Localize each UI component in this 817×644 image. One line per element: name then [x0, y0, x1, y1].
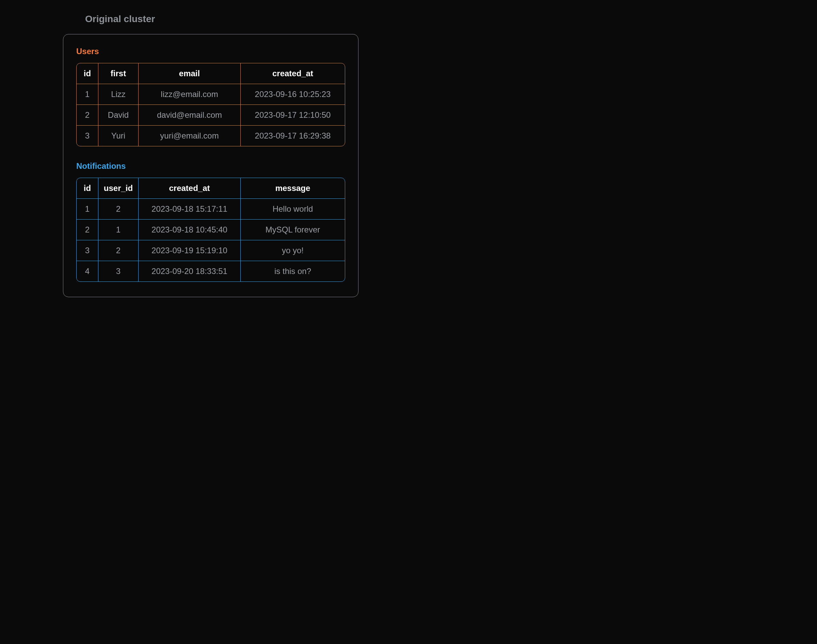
users-first: Yuri [98, 126, 138, 146]
notifications-table: id user_id created_at message 1 2 2023-0… [76, 178, 345, 282]
users-created-at: 2023-09-17 12:10:50 [241, 105, 345, 126]
notifications-message: Hello world [241, 199, 345, 219]
users-id: 3 [77, 126, 98, 146]
notifications-section: Notifications id user_id created_at mess… [76, 161, 345, 282]
users-email: lizz@email.com [138, 84, 241, 105]
users-first: David [98, 105, 138, 126]
notifications-user-id: 1 [98, 219, 138, 240]
page-title: Original cluster [85, 14, 817, 25]
notifications-user-id: 2 [98, 199, 138, 219]
notifications-title: Notifications [76, 161, 345, 171]
notifications-id: 1 [77, 199, 98, 219]
users-title: Users [76, 47, 345, 56]
notifications-user-id: 3 [98, 261, 138, 282]
notifications-message: MySQL forever [241, 219, 345, 240]
notifications-id: 4 [77, 261, 98, 282]
users-email: yuri@email.com [138, 126, 241, 146]
notifications-header-user-id: user_id [98, 178, 138, 199]
notifications-id: 3 [77, 240, 98, 261]
table-row: 4 3 2023-09-20 18:33:51 is this on? [77, 261, 345, 282]
users-first: Lizz [98, 84, 138, 105]
table-row: 2 David david@email.com 2023-09-17 12:10… [77, 105, 345, 126]
users-created-at: 2023-09-16 10:25:23 [241, 84, 345, 105]
notifications-header-message: message [241, 178, 345, 199]
users-section: Users id first email created_at 1 Lizz l… [76, 47, 345, 146]
notifications-created-at: 2023-09-18 10:45:40 [138, 219, 241, 240]
users-header-created-at: created_at [241, 63, 345, 84]
notifications-header-row: id user_id created_at message [77, 178, 345, 199]
notifications-created-at: 2023-09-18 15:17:11 [138, 199, 241, 219]
notifications-created-at: 2023-09-19 15:19:10 [138, 240, 241, 261]
users-email: david@email.com [138, 105, 241, 126]
table-row: 1 Lizz lizz@email.com 2023-09-16 10:25:2… [77, 84, 345, 105]
users-header-first: first [98, 63, 138, 84]
notifications-header-id: id [77, 178, 98, 199]
notifications-header-created-at: created_at [138, 178, 241, 199]
cluster-box: Users id first email created_at 1 Lizz l… [63, 34, 359, 297]
users-created-at: 2023-09-17 16:29:38 [241, 126, 345, 146]
users-header-row: id first email created_at [77, 63, 345, 84]
users-table: id first email created_at 1 Lizz lizz@em… [76, 63, 345, 146]
table-row: 2 1 2023-09-18 10:45:40 MySQL forever [77, 219, 345, 240]
notifications-id: 2 [77, 219, 98, 240]
users-id: 2 [77, 105, 98, 126]
users-header-email: email [138, 63, 241, 84]
table-row: 3 Yuri yuri@email.com 2023-09-17 16:29:3… [77, 126, 345, 146]
users-header-id: id [77, 63, 98, 84]
notifications-message: is this on? [241, 261, 345, 282]
notifications-message: yo yo! [241, 240, 345, 261]
table-row: 3 2 2023-09-19 15:19:10 yo yo! [77, 240, 345, 261]
table-row: 1 2 2023-09-18 15:17:11 Hello world [77, 199, 345, 219]
notifications-created-at: 2023-09-20 18:33:51 [138, 261, 241, 282]
notifications-user-id: 2 [98, 240, 138, 261]
users-id: 1 [77, 84, 98, 105]
